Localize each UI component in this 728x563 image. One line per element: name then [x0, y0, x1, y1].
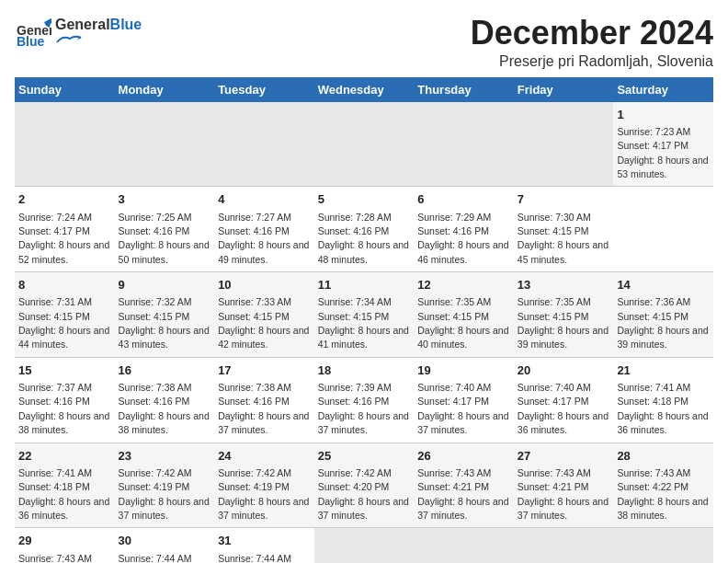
sunrise-time: Sunrise: 7:36 AM	[617, 296, 690, 307]
col-header-wednesday: Wednesday	[314, 77, 415, 102]
sunrise-time: Sunrise: 7:25 AM	[119, 212, 192, 223]
daylight-info: Daylight: 8 hours and 39 minutes.	[518, 325, 609, 350]
sunset-time: Sunset: 4:19 PM	[218, 481, 290, 492]
sunset-time: Sunset: 4:17 PM	[617, 140, 688, 151]
empty-cell	[214, 102, 314, 187]
calendar-cell-day-19: 19 Sunrise: 7:40 AM Sunset: 4:17 PM Dayl…	[414, 357, 514, 442]
calendar-cell-day-11: 11 Sunrise: 7:34 AM Sunset: 4:15 PM Dayl…	[314, 272, 415, 358]
sunset-time: Sunset: 4:15 PM	[518, 225, 589, 236]
logo-icon: General Blue	[15, 15, 51, 52]
calendar-cell-day-30: 30 Sunrise: 7:44 AM Sunset: 4:24 PM Dayl…	[115, 528, 215, 563]
calendar-cell-day-4: 4 Sunrise: 7:27 AM Sunset: 4:16 PM Dayli…	[214, 187, 314, 272]
empty-cell	[15, 102, 115, 187]
calendar-cell-day-27: 27 Sunrise: 7:43 AM Sunset: 4:21 PM Dayl…	[514, 442, 614, 528]
calendar-week-row: 29 Sunrise: 7:43 AM Sunset: 4:23 PM Dayl…	[15, 528, 713, 563]
sunrise-time: Sunrise: 7:43 AM	[518, 467, 591, 478]
sunrise-time: Sunrise: 7:35 AM	[518, 296, 591, 307]
sunset-time: Sunset: 4:21 PM	[417, 481, 489, 492]
daylight-info: Daylight: 8 hours and 39 minutes.	[617, 325, 708, 350]
day-number: 9	[119, 277, 211, 293]
daylight-info: Daylight: 8 hours and 42 minutes.	[218, 325, 309, 350]
sunrise-time: Sunrise: 7:44 AM	[119, 553, 192, 563]
day-number: 24	[218, 448, 311, 465]
sunrise-time: Sunrise: 7:29 AM	[417, 212, 491, 223]
calendar-cell-day-13: 13 Sunrise: 7:35 AM Sunset: 4:15 PM Dayl…	[514, 272, 614, 358]
sunset-time: Sunset: 4:16 PM	[218, 396, 290, 407]
day-number: 4	[218, 191, 311, 208]
sunrise-time: Sunrise: 7:28 AM	[318, 212, 392, 223]
sunset-time: Sunset: 4:16 PM	[119, 225, 190, 236]
sunrise-time: Sunrise: 7:42 AM	[318, 467, 392, 478]
calendar-cell-day-22: 22 Sunrise: 7:41 AM Sunset: 4:18 PM Dayl…	[15, 442, 115, 528]
day-number: 8	[18, 277, 111, 293]
calendar-cell-day-17: 17 Sunrise: 7:38 AM Sunset: 4:16 PM Dayl…	[214, 357, 314, 442]
empty-cell	[314, 102, 415, 187]
sunset-time: Sunset: 4:15 PM	[417, 311, 489, 322]
sunset-time: Sunset: 4:18 PM	[18, 481, 90, 492]
calendar-cell-day-24: 24 Sunrise: 7:42 AM Sunset: 4:19 PM Dayl…	[214, 442, 314, 528]
calendar-cell-day-25: 25 Sunrise: 7:42 AM Sunset: 4:20 PM Dayl…	[314, 442, 415, 528]
sunrise-time: Sunrise: 7:40 AM	[518, 382, 591, 393]
empty-cell	[414, 528, 514, 563]
logo: General Blue GeneralBlue	[15, 15, 142, 52]
calendar-cell-day-14: 14 Sunrise: 7:36 AM Sunset: 4:15 PM Dayl…	[613, 272, 713, 358]
location-subtitle: Preserje pri Radomljah, Slovenia	[471, 53, 713, 70]
calendar-cell-day-20: 20 Sunrise: 7:40 AM Sunset: 4:17 PM Dayl…	[514, 357, 614, 442]
day-number: 14	[617, 277, 710, 293]
day-number: 20	[518, 362, 610, 379]
calendar-week-row: 22 Sunrise: 7:41 AM Sunset: 4:18 PM Dayl…	[15, 442, 713, 528]
sunrise-time: Sunrise: 7:41 AM	[617, 382, 690, 393]
day-number: 7	[518, 191, 610, 208]
daylight-info: Daylight: 8 hours and 44 minutes.	[18, 325, 109, 350]
col-header-saturday: Saturday	[613, 77, 713, 102]
calendar-week-row: 1 Sunrise: 7:23 AM Sunset: 4:17 PM Dayli…	[15, 102, 713, 187]
daylight-info: Daylight: 8 hours and 46 minutes.	[417, 239, 508, 264]
sunrise-time: Sunrise: 7:33 AM	[218, 296, 291, 307]
daylight-info: Daylight: 8 hours and 53 minutes.	[617, 155, 708, 179]
calendar-cell-day-8: 8 Sunrise: 7:31 AM Sunset: 4:15 PM Dayli…	[15, 272, 115, 358]
calendar-week-row: 2 Sunrise: 7:24 AM Sunset: 4:17 PM Dayli…	[15, 187, 713, 272]
calendar-cell-day-9: 9 Sunrise: 7:32 AM Sunset: 4:15 PM Dayli…	[115, 272, 215, 358]
daylight-info: Daylight: 8 hours and 41 minutes.	[318, 325, 409, 350]
day-number: 16	[119, 362, 211, 379]
daylight-info: Daylight: 8 hours and 38 minutes.	[18, 410, 109, 435]
col-header-thursday: Thursday	[414, 77, 514, 102]
day-number: 1	[617, 107, 710, 123]
day-number: 12	[417, 277, 510, 293]
daylight-info: Daylight: 8 hours and 45 minutes.	[518, 239, 609, 264]
daylight-info: Daylight: 8 hours and 37 minutes.	[417, 410, 508, 435]
calendar-cell-day-6: 6 Sunrise: 7:29 AM Sunset: 4:16 PM Dayli…	[414, 187, 514, 272]
daylight-info: Daylight: 8 hours and 37 minutes.	[218, 410, 309, 435]
day-number: 13	[518, 277, 610, 293]
sunrise-time: Sunrise: 7:43 AM	[18, 553, 92, 563]
sunset-time: Sunset: 4:15 PM	[518, 311, 589, 322]
logo-blue: Blue	[110, 17, 142, 32]
daylight-info: Daylight: 8 hours and 48 minutes.	[318, 239, 409, 264]
daylight-info: Daylight: 8 hours and 37 minutes.	[318, 496, 409, 521]
calendar-cell-day-18: 18 Sunrise: 7:39 AM Sunset: 4:16 PM Dayl…	[314, 357, 415, 442]
empty-cell	[514, 102, 614, 187]
day-number: 27	[518, 448, 610, 465]
month-year-title: December 2024	[471, 15, 713, 52]
calendar-cell-day-16: 16 Sunrise: 7:38 AM Sunset: 4:16 PM Dayl…	[115, 357, 215, 442]
sunrise-time: Sunrise: 7:32 AM	[119, 296, 192, 307]
sunset-time: Sunset: 4:21 PM	[518, 481, 589, 492]
sunrise-time: Sunrise: 7:37 AM	[18, 382, 92, 393]
empty-cell	[514, 528, 614, 563]
sunset-time: Sunset: 4:16 PM	[417, 225, 489, 236]
sunset-time: Sunset: 4:15 PM	[18, 311, 90, 322]
calendar-cell-day-12: 12 Sunrise: 7:35 AM Sunset: 4:15 PM Dayl…	[414, 272, 514, 358]
sunrise-time: Sunrise: 7:43 AM	[617, 467, 690, 478]
empty-cell	[115, 102, 215, 187]
sunset-time: Sunset: 4:18 PM	[617, 396, 688, 407]
sunrise-time: Sunrise: 7:42 AM	[218, 467, 291, 478]
day-number: 11	[318, 277, 411, 293]
sunset-time: Sunset: 4:15 PM	[617, 311, 688, 322]
sunrise-time: Sunrise: 7:35 AM	[417, 296, 491, 307]
day-number: 6	[417, 191, 510, 208]
calendar-cell-day-29: 29 Sunrise: 7:43 AM Sunset: 4:23 PM Dayl…	[15, 528, 115, 563]
sunset-time: Sunset: 4:16 PM	[18, 396, 90, 407]
sunset-time: Sunset: 4:16 PM	[119, 396, 190, 407]
logo-general: General	[55, 17, 110, 32]
sunrise-time: Sunrise: 7:43 AM	[417, 467, 491, 478]
